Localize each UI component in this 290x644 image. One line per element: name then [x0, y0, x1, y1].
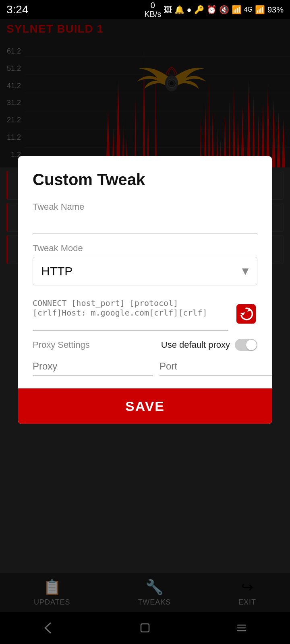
status-bar: 3:24 0 KB/s 🖼 🔔 ● 🔑 ⏰ 🔇 📶 4G 📶 93% [0, 0, 290, 19]
wifi-icon: 📶 [232, 5, 242, 14]
proxy-settings-label: Proxy Settings [33, 340, 90, 350]
lte-icon: 4G [244, 6, 253, 13]
proxy-input[interactable] [33, 357, 153, 376]
tweak-name-label: Tweak Name [33, 202, 257, 212]
dialog-title: Custom Tweak [33, 171, 257, 189]
notification-icon: 🔔 [174, 5, 184, 14]
custom-tweak-dialog: Custom Tweak Tweak Name Tweak Mode HTTP … [18, 156, 272, 424]
alarm-icon: ⏰ [207, 5, 217, 14]
payload-area [33, 295, 257, 332]
proxy-port-row [33, 357, 257, 376]
tweak-mode-dropdown-container: HTTP HTTPS SSH DNS ▼ [33, 257, 257, 285]
tweak-mode-select[interactable]: HTTP HTTPS SSH DNS [33, 257, 257, 285]
refresh-payload-button[interactable] [235, 303, 257, 325]
status-icons: 0 KB/s 🖼 🔔 ● 🔑 ⏰ 🔇 📶 4G 📶 93% [144, 1, 284, 19]
proxy-settings-row: Proxy Settings Use default proxy [33, 339, 257, 351]
payload-input[interactable] [33, 295, 228, 331]
mute-icon: 🔇 [219, 5, 229, 14]
photo-icon: 🖼 [164, 5, 172, 14]
app-background: SYLNET BUILD 1 61.2 51.2 41.2 31.2 21.2 … [0, 19, 290, 644]
refresh-icon [236, 304, 256, 324]
tweak-mode-label: Tweak Mode [33, 243, 257, 254]
use-default-proxy-toggle[interactable] [235, 339, 257, 351]
key-icon: 🔑 [194, 5, 204, 14]
use-default-proxy-label: Use default proxy [161, 340, 230, 350]
signal-icon: 📶 [255, 5, 265, 14]
port-input[interactable] [160, 357, 272, 376]
status-time: 3:24 [6, 3, 29, 16]
dot-icon: ● [187, 5, 192, 14]
battery-icon: 93% [267, 5, 284, 14]
tweak-name-input[interactable] [33, 215, 257, 233]
save-button[interactable]: SAVE [18, 388, 272, 424]
status-kb: 0 KB/s [144, 1, 161, 19]
toggle-knob [246, 340, 257, 350]
use-default-row: Use default proxy [161, 339, 257, 351]
